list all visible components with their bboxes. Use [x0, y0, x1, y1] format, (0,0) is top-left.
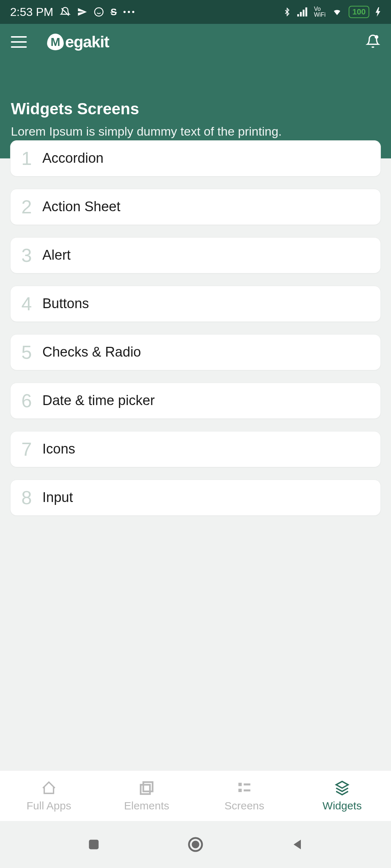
widget-number: 5: [21, 341, 42, 363]
home-button[interactable]: [187, 836, 204, 853]
app-logo[interactable]: M egakit: [47, 33, 109, 51]
more-icon: [123, 11, 134, 13]
svg-rect-6: [143, 782, 153, 791]
widget-card-icons[interactable]: 7Icons: [10, 431, 381, 467]
nav-label: Widgets: [323, 800, 362, 812]
widgets-list[interactable]: 1Accordion2Action Sheet3Alert4Buttons5Ch…: [0, 140, 391, 516]
send-icon: [77, 7, 87, 17]
widget-card-date-time-picker[interactable]: 6Date & time picker: [10, 383, 381, 419]
widget-card-input[interactable]: 8Input: [10, 480, 381, 516]
svg-rect-8: [239, 783, 242, 786]
status-right: VoWiFi 100: [283, 6, 381, 18]
header-section: M egakit Widgets Screens Lorem Ipsum is …: [0, 24, 391, 158]
svg-rect-12: [89, 840, 98, 850]
widget-number: 3: [21, 244, 42, 266]
wifi-icon: [331, 7, 343, 17]
widget-label: Alert: [42, 247, 71, 263]
app-bar: M egakit: [0, 24, 391, 60]
widget-label: Action Sheet: [42, 199, 120, 214]
svg-rect-1: [297, 14, 299, 16]
signal-icon: [297, 7, 308, 17]
svg-rect-3: [303, 10, 304, 17]
widget-label: Checks & Radio: [42, 344, 141, 360]
whatsapp-icon: [94, 7, 104, 17]
mute-icon: [60, 7, 71, 17]
nav-icon: [41, 780, 57, 796]
svg-rect-11: [244, 789, 250, 791]
status-time: 2:53 PM: [10, 5, 53, 19]
nav-icon: [139, 780, 155, 796]
nav-icon: [334, 780, 350, 796]
nav-full-apps[interactable]: Full Apps: [0, 771, 98, 821]
widget-label: Date & time picker: [42, 393, 155, 408]
logo-text: egakit: [65, 33, 109, 51]
widget-number: 4: [21, 293, 42, 315]
s-icon: S: [110, 7, 117, 18]
svg-rect-9: [244, 783, 250, 786]
widget-label: Accordion: [42, 150, 104, 166]
charging-icon: [375, 7, 381, 17]
bluetooth-icon: [283, 7, 291, 17]
widget-number: 2: [21, 196, 42, 218]
widget-label: Input: [42, 490, 73, 505]
system-nav: [0, 821, 391, 868]
status-bar: 2:53 PM S VoWiFi 100: [0, 0, 391, 24]
svg-rect-7: [141, 784, 150, 794]
widget-card-alert[interactable]: 3Alert: [10, 237, 381, 273]
nav-widgets[interactable]: Widgets: [293, 771, 391, 821]
svg-point-0: [95, 8, 103, 16]
nav-screens[interactable]: Screens: [196, 771, 293, 821]
nav-label: Full Apps: [26, 800, 71, 812]
svg-rect-10: [239, 788, 242, 792]
svg-point-14: [193, 842, 198, 847]
widget-card-action-sheet[interactable]: 2Action Sheet: [10, 189, 381, 225]
status-left: 2:53 PM S: [10, 5, 134, 19]
widget-card-accordion[interactable]: 1Accordion: [10, 140, 381, 176]
nav-icon: [236, 780, 252, 796]
back-button[interactable]: [290, 837, 304, 852]
page-title: Widgets Screens: [11, 100, 380, 118]
logo-mark: M: [47, 34, 64, 50]
notifications-icon[interactable]: [366, 34, 380, 50]
vowifi-icon: VoWiFi: [314, 6, 325, 18]
nav-elements[interactable]: Elements: [98, 771, 196, 821]
nav-label: Screens: [224, 800, 264, 812]
page-title-block: Widgets Screens Lorem Ipsum is simply du…: [0, 60, 391, 140]
bottom-nav: Full AppsElementsScreensWidgets: [0, 770, 391, 821]
svg-rect-4: [306, 8, 307, 17]
recents-button[interactable]: [87, 837, 101, 852]
svg-rect-2: [300, 12, 302, 17]
widget-number: 1: [21, 148, 42, 169]
widget-label: Icons: [42, 441, 75, 457]
page-subtitle: Lorem Ipsum is simply dummy text of the …: [11, 123, 380, 140]
nav-label: Elements: [124, 800, 169, 812]
widget-label: Buttons: [42, 296, 89, 311]
widget-number: 7: [21, 438, 42, 460]
widget-number: 6: [21, 390, 42, 412]
menu-icon[interactable]: [11, 36, 27, 48]
widget-card-checks-radio[interactable]: 5Checks & Radio: [10, 334, 381, 370]
battery-indicator: 100: [349, 6, 369, 18]
widget-number: 8: [21, 487, 42, 509]
svg-point-5: [375, 36, 378, 38]
widget-card-buttons[interactable]: 4Buttons: [10, 286, 381, 322]
content-area: 1Accordion2Action Sheet3Alert4Buttons5Ch…: [0, 158, 391, 770]
